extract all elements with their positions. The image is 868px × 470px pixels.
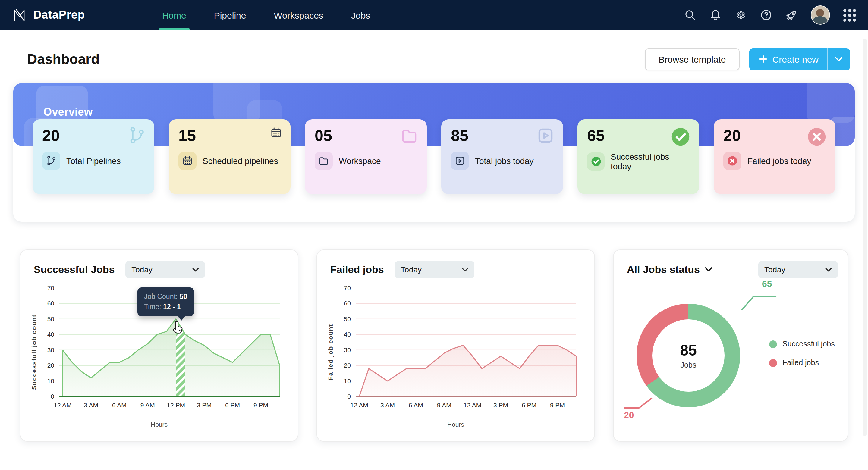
successful-callout-value: 65 [762, 278, 772, 289]
failed-jobs-title: Failed jobs [330, 263, 384, 276]
svg-text:10: 10 [344, 377, 351, 384]
svg-text:70: 70 [47, 284, 54, 291]
legend-dot [769, 359, 777, 367]
calendar-ghost-icon [270, 127, 282, 141]
svg-text:40: 40 [344, 331, 351, 338]
page-title: Dashboard [27, 51, 99, 67]
stat-label: Total jobs today [475, 156, 534, 166]
svg-text:10: 10 [47, 377, 54, 384]
successful-callout-line [740, 293, 778, 313]
donut-legend: Successful jobsFailed jobs [769, 340, 835, 367]
nav-item-workspaces[interactable]: Workspaces [274, 0, 323, 30]
legend-dot [769, 340, 777, 348]
top-navbar: DataPrep Home Pipeline Workspaces Jobs [0, 0, 868, 30]
successful-jobs-x-axis-label: Hours [29, 420, 289, 428]
svg-text:9 PM: 9 PM [253, 402, 268, 409]
svg-text:3 PM: 3 PM [493, 402, 508, 409]
page-header: Dashboard Browse template Create new [0, 46, 868, 72]
stat-card-successful-jobs-today[interactable]: 65Successful jobs today [578, 119, 699, 194]
svg-text:6 PM: 6 PM [522, 402, 536, 409]
svg-text:12 AM: 12 AM [350, 402, 368, 409]
page-scrollbar[interactable] [863, 38, 867, 436]
range-value: Today [401, 265, 422, 274]
chart-tooltip: Job Count: 50 Time: 12 - 1 [137, 287, 194, 316]
check-circle-icon [587, 152, 604, 170]
chevron-down-icon [462, 267, 468, 272]
svg-text:12 AM: 12 AM [54, 402, 72, 409]
failed-jobs-x-axis-label: Hours [326, 420, 586, 428]
stat-card-total-jobs-today[interactable]: 85Total jobs today [441, 119, 563, 194]
svg-text:9 PM: 9 PM [550, 402, 565, 409]
stat-value: 15 [179, 127, 281, 145]
avatar-body [812, 16, 828, 25]
svg-text:6 AM: 6 AM [112, 402, 127, 409]
svg-text:3 AM: 3 AM [84, 402, 98, 409]
svg-text:50: 50 [47, 315, 54, 322]
svg-text:40: 40 [47, 331, 54, 338]
git-branch-ghost-icon [128, 127, 146, 147]
chevron-down-icon [192, 267, 199, 272]
range-value: Today [131, 265, 152, 274]
nav-item-jobs[interactable]: Jobs [351, 0, 370, 30]
help-icon[interactable] [760, 9, 772, 21]
range-value: Today [764, 265, 785, 274]
all-jobs-range-select[interactable]: Today [758, 261, 838, 278]
nav-item-pipeline[interactable]: Pipeline [214, 0, 246, 30]
stat-card-total-pipelines[interactable]: 20Total Pipelines [33, 119, 154, 194]
folder-ghost-icon [400, 127, 418, 147]
user-avatar[interactable] [811, 5, 830, 25]
legend-label: Failed jobs [782, 358, 819, 367]
overview-title: Overview [43, 106, 93, 119]
stat-label: Workspace [339, 156, 381, 166]
successful-jobs-y-axis-label: Successfull job count [29, 283, 38, 420]
apps-grid-icon[interactable] [843, 9, 856, 21]
all-jobs-status-card: All Jobs status Today 85 Jobs 65 [613, 249, 848, 442]
browse-template-button[interactable]: Browse template [645, 48, 740, 70]
notifications-bell-icon[interactable] [710, 9, 721, 21]
svg-text:60: 60 [344, 300, 351, 307]
failed-callout-value: 20 [624, 410, 634, 420]
donut-center: 85 Jobs [637, 304, 740, 407]
successful-jobs-range-select[interactable]: Today [125, 261, 205, 278]
svg-text:0: 0 [347, 393, 351, 400]
svg-text:60: 60 [47, 300, 54, 307]
create-new-button[interactable]: Create new [749, 48, 850, 70]
brand[interactable]: DataPrep [12, 7, 85, 23]
nav-actions [684, 5, 856, 25]
create-new-dropdown-chevron-icon[interactable] [828, 56, 850, 62]
git-branch-icon [42, 152, 60, 170]
charts-row: Successful Jobs Today Successfull job co… [0, 249, 868, 442]
header-actions: Browse template Create new [645, 48, 850, 70]
svg-text:70: 70 [344, 284, 351, 291]
stat-card-workspace[interactable]: 05Workspace [305, 119, 427, 194]
title-chevron-down-icon[interactable] [705, 267, 712, 272]
svg-text:6 AM: 6 AM [409, 402, 423, 409]
legend-item-failed-jobs[interactable]: Failed jobs [769, 358, 835, 367]
failed-jobs-plot[interactable]: 01020304050607012 AM3 AM6 AM9 AM12 AM3 P… [335, 283, 586, 420]
svg-text:3 AM: 3 AM [380, 402, 395, 409]
stat-label: Scheduled pipelines [203, 156, 278, 166]
svg-text:9 AM: 9 AM [141, 402, 155, 409]
all-jobs-status-title: All Jobs status [627, 263, 712, 276]
search-icon[interactable] [684, 9, 696, 21]
rocket-icon[interactable] [785, 9, 798, 21]
stat-card-failed-jobs-today[interactable]: 20Failed jobs today [714, 119, 835, 194]
svg-text:50: 50 [344, 315, 351, 322]
calendar-icon [179, 152, 196, 170]
brand-name: DataPrep [33, 8, 85, 22]
successful-jobs-title: Successful Jobs [34, 263, 115, 276]
stat-label: Failed jobs today [747, 156, 811, 166]
overview-cards: 20Total Pipelines15Scheduled pipelines05… [13, 119, 855, 194]
x-circle-ghost-icon [807, 127, 827, 150]
svg-text:9 AM: 9 AM [437, 402, 452, 409]
x-circle-icon [723, 152, 741, 170]
failed-jobs-range-select[interactable]: Today [395, 261, 474, 278]
nav-item-home[interactable]: Home [162, 0, 186, 30]
legend-item-successful-jobs[interactable]: Successful jobs [769, 340, 835, 348]
svg-text:3 PM: 3 PM [197, 402, 212, 409]
failed-jobs-card: Failed jobs Today Failed job count 01020… [316, 249, 595, 442]
settings-gear-icon[interactable] [735, 9, 747, 21]
play-square-ghost-icon [536, 127, 555, 147]
stat-card-scheduled-pipelines[interactable]: 15Scheduled pipelines [169, 119, 290, 194]
successful-jobs-card: Successful Jobs Today Successfull job co… [20, 249, 299, 442]
